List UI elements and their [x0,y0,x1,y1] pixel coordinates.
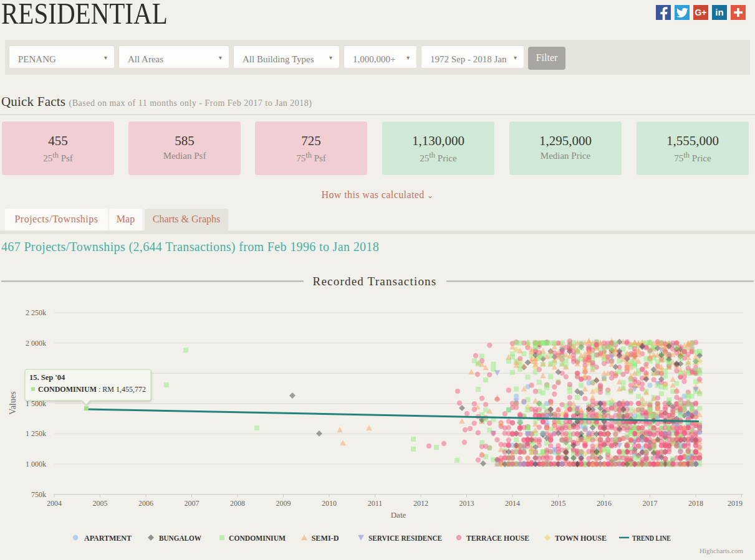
svg-text:2018: 2018 [688,499,703,508]
svg-text:Date: Date [391,510,406,520]
svg-text:2011: 2011 [368,499,383,508]
svg-text:Highcharts.com: Highcharts.com [700,547,743,554]
svg-text:2008: 2008 [230,499,245,508]
svg-text:2009: 2009 [276,499,291,508]
svg-text:Values: Values [8,391,17,414]
svg-text:2017: 2017 [643,499,658,508]
svg-text:2 250k: 2 250k [26,308,46,317]
svg-text:CONDOMINIUM: CONDOMINIUM [229,534,286,543]
svg-text:2016: 2016 [597,499,612,508]
svg-text:CONDOMINIUM : RM 1,455,772: CONDOMINIUM : RM 1,455,772 [38,385,146,394]
svg-text:15. Sep '04: 15. Sep '04 [29,373,65,382]
svg-text:TOWN HOUSE: TOWN HOUSE [555,534,607,543]
svg-text:1 000k: 1 000k [26,460,46,468]
svg-text:2004: 2004 [47,499,62,508]
svg-text:APARTMENT: APARTMENT [84,534,132,543]
svg-text:2007: 2007 [185,499,200,508]
svg-text:2015: 2015 [551,499,566,508]
svg-text:2014: 2014 [505,499,520,508]
svg-text:2005: 2005 [93,499,108,508]
svg-text:BUNGALOW: BUNGALOW [159,534,201,543]
svg-text:TERRACE HOUSE: TERRACE HOUSE [466,534,529,543]
svg-text:SEMI-D: SEMI-D [312,534,339,543]
svg-text:2010: 2010 [322,499,337,508]
svg-text:SERVICE RESIDENCE: SERVICE RESIDENCE [368,534,442,543]
svg-text:2006: 2006 [138,499,153,508]
svg-text:2 000k: 2 000k [26,339,46,348]
svg-text:2012: 2012 [413,499,428,508]
svg-text:Recorded Transactions: Recorded Transactions [313,275,437,288]
svg-text:2013: 2013 [459,499,474,508]
svg-text:TREND LINE: TREND LINE [632,534,671,543]
svg-text:2019: 2019 [728,499,743,508]
svg-text:750k: 750k [31,490,46,499]
svg-text:1 250k: 1 250k [26,429,46,438]
